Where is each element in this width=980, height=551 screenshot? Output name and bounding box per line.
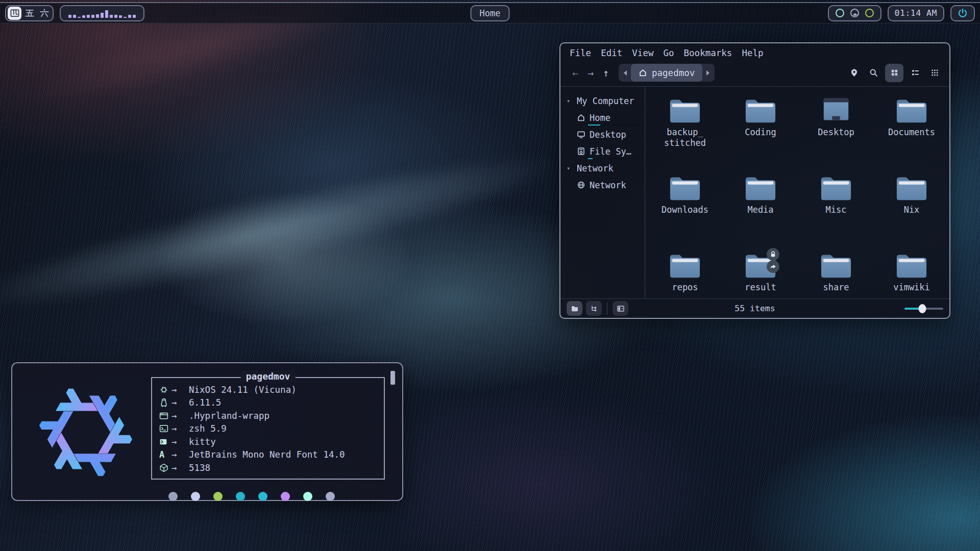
color-palette [168,492,392,501]
palette-dot [281,492,290,501]
workspace-button-6[interactable] [37,7,51,20]
arrow-icon: → [172,385,189,395]
drive-icon [578,148,584,155]
kernel-value: 6.11.5 [189,397,221,408]
menu-help[interactable]: Help [742,48,763,58]
fetch-row-font: A → JetBrains Mono Nerd Font 14.0 [159,448,377,462]
file-manager-window: File Edit View Go Bookmarks Help ← → ↑ p… [559,42,950,319]
arrow-icon: → [172,463,189,473]
menu-bookmarks[interactable]: Bookmarks [684,48,732,58]
folder-label: Downloads [662,205,708,215]
fetch-info-box: pagedmov → NixOS 24.11 (Vicuna) → 6.11.5… [151,377,385,480]
folder-label: result [745,282,776,293]
compact-view-button[interactable] [927,65,942,81]
menu-edit[interactable]: Edit [601,48,622,58]
breadcrumb-segment-home[interactable]: pagedmov [631,64,702,82]
menu-go[interactable]: Go [663,48,674,58]
folder-item-nix[interactable]: Nix [874,169,949,247]
symlink-emblem-icon [767,260,779,273]
folder-icon [746,178,775,201]
tree-view-button[interactable] [586,301,602,316]
panel-toggle-icon [618,306,624,311]
arrow-icon: → [172,397,189,408]
selection-underline [588,158,642,159]
sidebar-item-home[interactable]: Home [567,109,645,126]
packages-value: 5138 [189,463,210,473]
workspace-button-4[interactable] [8,7,21,20]
wallpaper-streak [0,131,568,332]
desktop-folder-icon [824,98,848,120]
folder-label: backup_ stitched [664,127,706,149]
folder-label: Documents [888,127,935,138]
arrow-icon: → [172,437,189,447]
clock: 01:14 AM [888,5,944,21]
list-view-icon [912,70,919,75]
fetch-row-shell: → zsh 5.9 [159,422,377,436]
system-indicators [828,5,881,21]
folder-icon [821,255,851,278]
arrow-icon: → [172,449,189,460]
folder-item-misc[interactable]: Misc [798,169,874,247]
sidebar-item-filesystem[interactable]: File Sy… [567,143,645,160]
collapse-caret-icon: ▾ [567,165,573,172]
zoom-slider[interactable] [904,304,943,314]
fetch-row-kernel: → 6.11.5 [159,396,377,410]
workspace-button-5[interactable] [22,7,36,20]
toolbar: ← → ↑ pagedmov [560,59,949,86]
sidebar-item-label: Network [590,180,626,190]
folder-icon [821,178,851,201]
breadcrumb-left-chevron-icon[interactable] [620,65,631,81]
penguin-icon [161,399,166,407]
sidebar-item-label: File Sy… [590,146,631,157]
hostname-title: pagedmov [241,371,296,382]
toggle-sidebar-button[interactable] [612,301,628,316]
icon-view-button[interactable] [885,64,903,82]
folder-icon [897,178,926,201]
indicator-ring-green-icon [865,9,874,17]
menu-file[interactable]: File [570,48,591,58]
palette-dot [191,492,200,501]
back-button[interactable]: ← [568,65,583,81]
sidebar-section-my-computer[interactable]: ▾ My Computer [567,92,645,109]
power-icon [959,9,966,16]
terminal-icon [160,439,167,444]
sidebar-item-desktop[interactable]: Desktop [567,126,645,143]
slider-thumb[interactable] [918,304,926,313]
item-count: 55 items [734,304,775,313]
fetch-terminal-window: pagedmov → NixOS 24.11 (Vicuna) → 6.11.5… [11,362,403,501]
search-button[interactable] [866,65,881,81]
compact-view-icon [932,70,938,76]
show-files-button[interactable] [567,301,582,316]
sidebar-item-network[interactable]: Network [567,177,645,193]
up-button[interactable]: ↑ [598,65,614,81]
top-bar: Home 01:14 AM [0,2,980,23]
menu-view[interactable]: View [632,48,653,58]
list-view-button[interactable] [908,65,923,81]
collapse-caret-icon: ▾ [567,97,573,105]
font-letter-icon: A [159,449,172,460]
folder-item-backup-stitched[interactable]: backup_ stitched [647,92,723,169]
fetch-row-os: → NixOS 24.11 (Vicuna) [159,383,377,396]
fetch-row-wm: → .Hyprland-wrapp [159,409,377,422]
folder-label: Nix [904,205,920,215]
nixos-snowflake-icon [24,379,148,486]
folder-item-downloads[interactable]: Downloads [647,169,723,247]
sidebar-item-label: Desktop [590,130,626,140]
folder-item-desktop[interactable]: Desktop [798,92,874,169]
folder-item-documents[interactable]: Documents [874,92,949,169]
breadcrumb-right-chevron-icon[interactable] [702,65,714,81]
home-icon [578,115,584,120]
folder-item-coding[interactable]: Coding [723,92,798,169]
home-icon [640,70,646,76]
font-value: JetBrains Mono Nerd Font 14.0 [189,449,345,460]
folder-icon [897,100,926,123]
location-button[interactable] [846,65,862,81]
nixos-snowflake-icon [160,386,167,393]
folder-item-media[interactable]: Media [723,169,798,247]
sidebar-section-network[interactable]: ▾ Network [567,160,645,177]
fetch-row-terminal: → kitty [159,435,377,448]
forward-button[interactable]: → [583,65,598,81]
power-button[interactable] [950,5,975,21]
folder-small-icon [572,306,578,311]
cjk-five-icon [26,10,34,16]
